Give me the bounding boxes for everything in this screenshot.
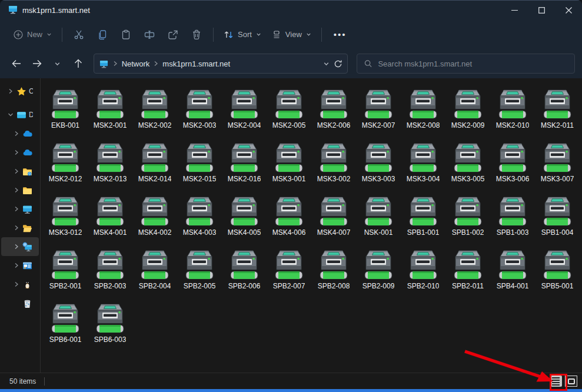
printer-icon <box>320 88 348 119</box>
sidebar-item-this-pc[interactable] <box>1 200 39 218</box>
share-button[interactable] <box>161 25 185 45</box>
printer-file-item[interactable]: SPB6-003 <box>88 301 132 355</box>
printer-file-item[interactable]: SPB2-011 <box>445 248 490 301</box>
sidebar-item-control-panel[interactable] <box>1 256 39 275</box>
file-label: SPB6-003 <box>94 335 127 344</box>
printer-file-item[interactable]: MSK4-006 <box>267 194 311 248</box>
printer-file-item[interactable]: SPB2-008 <box>311 248 356 301</box>
printer-file-item[interactable]: MSK4-002 <box>132 194 177 248</box>
printer-file-item[interactable]: MSK3-004 <box>401 141 445 194</box>
printer-file-item[interactable]: MSK2-001 <box>88 87 132 141</box>
printer-file-item[interactable]: MSK2-016 <box>222 141 267 194</box>
view-button[interactable]: View <box>267 25 317 45</box>
printer-file-item[interactable]: SPB2-006 <box>222 248 267 301</box>
sidebar-item-folder[interactable] <box>1 181 39 200</box>
sort-button[interactable]: Sort <box>218 25 267 45</box>
breadcrumb[interactable]: Network msk1prn1.smart.net <box>94 54 348 74</box>
printer-file-item[interactable]: SPB2-007 <box>267 248 311 301</box>
printer-file-item[interactable]: SPB4-001 <box>490 248 535 301</box>
printer-file-item[interactable]: MSK2-007 <box>356 87 401 141</box>
printer-file-item[interactable]: MSK3-001 <box>267 141 311 194</box>
sidebar-item-linux[interactable] <box>1 275 39 294</box>
delete-button[interactable] <box>185 25 208 45</box>
printer-file-item[interactable]: MSK4-007 <box>311 194 356 248</box>
breadcrumb-network[interactable]: Network <box>122 59 150 68</box>
printer-file-item[interactable]: MSK2-015 <box>177 141 222 194</box>
printer-icon <box>141 88 169 119</box>
new-button[interactable]: New <box>8 25 57 45</box>
close-button[interactable] <box>555 1 582 21</box>
printer-file-item[interactable]: EKB-001 <box>43 87 88 141</box>
printer-file-item[interactable]: MSK2-009 <box>445 87 490 141</box>
up-button[interactable] <box>69 54 87 73</box>
sidebar-item-onedrive-1[interactable] <box>1 124 39 143</box>
printer-icon <box>275 195 303 226</box>
sidebar-item-network[interactable] <box>1 237 39 256</box>
printer-file-item[interactable]: MSK3-003 <box>356 141 401 194</box>
sidebar-item-onedrive-2[interactable] <box>1 143 39 162</box>
share-icon <box>168 29 178 40</box>
printer-file-item[interactable]: SPB1-001 <box>401 194 445 248</box>
printer-file-item[interactable]: SPB6-001 <box>43 301 88 355</box>
printer-file-item[interactable]: SPB2-009 <box>356 248 401 301</box>
printer-file-item[interactable]: MSK2-012 <box>43 141 88 194</box>
cut-button[interactable] <box>67 25 91 45</box>
printer-file-item[interactable]: SPB1-002 <box>445 194 490 248</box>
chevron-down-icon <box>256 32 261 37</box>
printer-file-item[interactable]: SPB1-004 <box>535 194 580 248</box>
sidebar-item-desktop[interactable]: D <box>1 105 39 124</box>
sidebar-item-folder-open[interactable] <box>1 218 39 237</box>
sidebar-item-favorites[interactable]: C <box>1 82 39 101</box>
printer-file-item[interactable]: SPB2-004 <box>132 248 177 301</box>
printer-file-item[interactable]: MSK3-012 <box>43 194 88 248</box>
printer-file-item[interactable]: MSK2-005 <box>267 87 311 141</box>
printer-file-item[interactable]: MSK2-004 <box>222 87 267 141</box>
sort-button-label: Sort <box>238 30 252 39</box>
sidebar-item-recycle-bin[interactable] <box>1 294 39 313</box>
minimize-button[interactable] <box>501 1 528 21</box>
large-thumbnails-view-button[interactable] <box>565 376 577 387</box>
printer-file-item[interactable]: MSK3-002 <box>311 141 356 194</box>
printer-file-item[interactable]: MSK2-002 <box>132 87 177 141</box>
printer-file-item[interactable]: MSK4-003 <box>177 194 222 248</box>
paste-button[interactable] <box>114 25 138 45</box>
control-panel-icon <box>22 261 32 271</box>
details-view-button[interactable] <box>550 376 562 387</box>
printer-file-item[interactable]: MSK2-006 <box>311 87 356 141</box>
sidebar-item-synced-folder[interactable] <box>1 162 39 181</box>
breadcrumb-current[interactable]: msk1prn1.smart.net <box>162 59 230 68</box>
rename-button[interactable] <box>138 25 161 45</box>
printer-file-item[interactable]: SPB5-001 <box>535 248 580 301</box>
printer-file-item[interactable]: MSK2-011 <box>535 87 580 141</box>
more-options-button[interactable]: ••• <box>327 29 354 39</box>
printer-file-item[interactable]: MSK3-007 <box>535 141 580 194</box>
printer-icon <box>454 249 482 280</box>
maximize-button[interactable] <box>528 1 555 21</box>
printer-file-item[interactable]: MSK4-001 <box>88 194 132 248</box>
printer-file-item[interactable]: MSK2-013 <box>88 141 132 194</box>
printer-icon <box>275 88 303 119</box>
printer-icon <box>185 88 214 119</box>
search-input[interactable] <box>378 59 567 68</box>
printer-file-item[interactable]: SPB2-005 <box>177 248 222 301</box>
printer-file-item[interactable]: MSK2-010 <box>490 87 535 141</box>
printer-file-item[interactable]: MSK3-006 <box>490 141 535 194</box>
recent-locations-chevron[interactable] <box>48 54 66 73</box>
file-label: SPB1-001 <box>407 228 440 237</box>
printer-file-item[interactable]: SPB1-003 <box>490 194 535 248</box>
printer-file-item[interactable]: MSK4-005 <box>222 194 267 248</box>
printer-file-item[interactable]: SPB2-003 <box>88 248 132 301</box>
printer-file-item[interactable]: MSK2-014 <box>132 141 177 194</box>
printer-file-item[interactable]: SPB2-001 <box>43 248 88 301</box>
copy-button[interactable] <box>91 25 114 45</box>
printer-file-item[interactable]: MSK2-003 <box>177 87 222 141</box>
printer-file-item[interactable]: NSK-001 <box>356 194 401 248</box>
search-box[interactable] <box>357 54 575 74</box>
printer-file-item[interactable]: SPB2-010 <box>401 248 445 301</box>
printer-file-item[interactable]: MSK2-008 <box>401 87 445 141</box>
printer-file-item[interactable]: MSK3-005 <box>445 141 490 194</box>
refresh-icon[interactable] <box>334 59 342 68</box>
address-dropdown-chevron[interactable] <box>323 61 330 67</box>
back-button[interactable] <box>7 54 25 73</box>
forward-button[interactable] <box>28 54 46 73</box>
